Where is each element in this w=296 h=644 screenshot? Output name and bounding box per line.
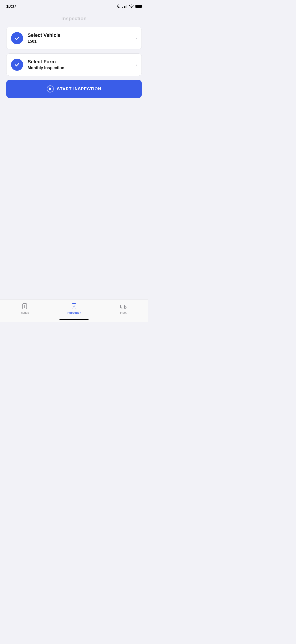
form-card-text: Select Form Monthly Inspection: [28, 59, 133, 70]
issues-tab-label: Issues: [20, 311, 29, 314]
form-card-subtitle: Monthly Inspection: [28, 66, 133, 70]
issues-icon: [21, 303, 28, 310]
svg-rect-7: [120, 305, 125, 308]
inspection-icon: [71, 303, 77, 310]
inspection-tab-label: Inspection: [67, 311, 81, 314]
form-check-circle: [11, 58, 23, 71]
signal-icon: [123, 5, 127, 8]
page-title: Inspection: [7, 16, 141, 22]
form-chevron-icon: ›: [136, 62, 137, 67]
fleet-tab-label: Fleet: [120, 311, 127, 314]
select-vehicle-card[interactable]: Select Vehicle 1501 ›: [6, 27, 142, 50]
vehicle-card-title: Select Vehicle: [28, 32, 133, 38]
vehicle-card-text: Select Vehicle 1501: [28, 32, 133, 44]
svg-point-8: [121, 308, 122, 309]
bell-muted-icon: [117, 4, 121, 8]
play-triangle-icon: [49, 87, 52, 90]
vehicle-card-subtitle: 1501: [28, 39, 133, 44]
check-icon-form: [14, 62, 20, 68]
form-card-title: Select Form: [28, 59, 133, 65]
page-title-area: Inspection: [0, 11, 148, 27]
start-inspection-label: START INSPECTION: [57, 87, 101, 92]
tab-fleet[interactable]: Fleet: [99, 303, 148, 314]
fleet-icon: [120, 303, 127, 310]
status-bar: 10:37: [0, 0, 148, 11]
tab-issues[interactable]: Issues: [0, 303, 49, 314]
play-circle-icon: [47, 85, 54, 92]
battery-icon: [136, 5, 142, 8]
home-indicator: [59, 319, 89, 320]
svg-point-3: [24, 307, 25, 308]
status-icons: [117, 4, 142, 8]
start-inspection-button[interactable]: START INSPECTION: [6, 80, 142, 98]
vehicle-check-circle: [11, 32, 23, 44]
vehicle-chevron-icon: ›: [136, 36, 137, 41]
status-time: 10:37: [6, 4, 16, 9]
select-form-card[interactable]: Select Form Monthly Inspection ›: [6, 54, 142, 76]
check-icon: [14, 35, 20, 41]
main-content: Select Vehicle 1501 › Select Form Monthl…: [0, 27, 148, 98]
wifi-icon: [129, 4, 134, 8]
tab-inspection[interactable]: Inspection: [49, 303, 99, 314]
svg-point-9: [125, 308, 126, 309]
